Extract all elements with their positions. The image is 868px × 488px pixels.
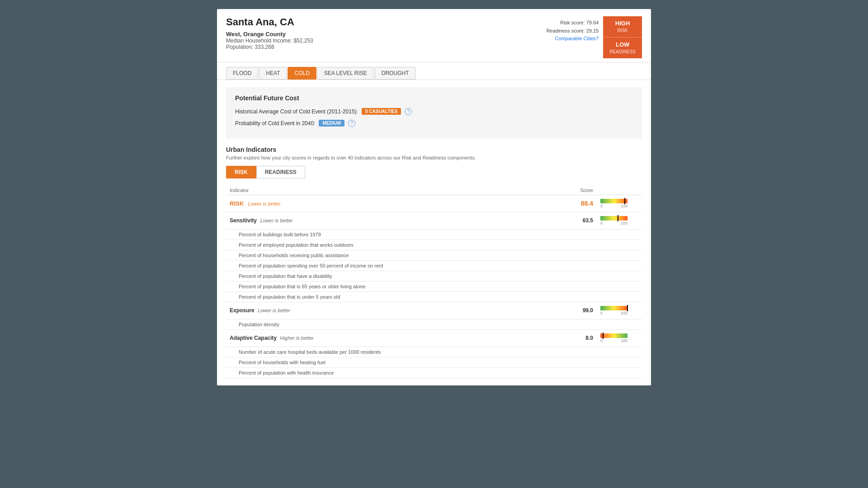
toggle-readiness-button[interactable]: READINESS [256,166,305,178]
urban-title: Urban Indicators [226,146,642,153]
indicators-table: Indicator Score RISK Lower is better 88.… [226,186,642,378]
probability-badge: MEDIUM [319,120,344,127]
sub-item: Percent of population that is under 5 ye… [226,291,642,302]
sensitivity-bar-wrap: 0 100 [600,216,627,225]
risk-bar-labels: 0 100 [600,204,627,208]
probability-row: Probability of Cold Event in 2040: MEDIU… [235,120,633,127]
sub-item: Percent of population with health insura… [226,367,642,378]
high-risk-badge: HIGH RISK [603,16,642,37]
sensitivity-sub: Lower is better [260,218,292,223]
table-row: Percent of population that have a disabi… [226,271,642,281]
exposure-bar-bg [600,306,627,310]
main-container: Santa Ana, CA West, Orange County Median… [217,9,651,385]
sensitivity-cell: Sensitivity Lower is better [226,212,529,229]
sub-item: Percent of buildings built before 1979 [226,229,642,239]
table-row-adaptive: Adaptive Capacity Higher is better 8.0 0… [226,329,642,347]
historical-help-icon[interactable]: ? [405,108,412,115]
adaptive-bar-wrap: 0 100 [600,333,627,343]
historical-cost-row: Historical Average Cost of Cold Event (2… [235,108,633,115]
exposure-sub: Lower is better [258,308,290,313]
table-row: Percent of employed population that work… [226,239,642,250]
tab-heat[interactable]: HEAT [259,67,287,80]
adaptive-cell: Adaptive Capacity Higher is better [226,329,529,347]
adaptive-label: Adaptive Capacity [230,335,277,341]
table-row-exposure: Exposure Lower is better 99.0 0 100 [226,302,642,319]
header-right: Risk score: 79.64 Readiness score: 29.15… [542,16,642,58]
adaptive-bar-bg [600,333,627,338]
header: Santa Ana, CA West, Orange County Median… [217,9,651,62]
risk-bar-marker [624,198,625,204]
risk-bar-wrap: 0 100 [600,199,627,208]
readiness-score: Readiness score: 29.15 [547,27,599,35]
adaptive-bar-labels: 0 100 [600,338,627,343]
potential-future-cost-section: Potential Future Cost Historical Average… [226,87,642,139]
sensitivity-bar-marker [618,215,618,221]
risk-score: Risk score: 79.64 [547,19,599,27]
adaptive-sub: Higher is better [280,335,314,341]
exposure-score-cell: 99.0 [529,302,597,319]
table-row: Percent of households with heating fuel [226,357,642,367]
exposure-label: Exposure [230,307,255,314]
sensitivity-label: Sensitivity [230,217,257,224]
table-row: Percent of population that is under 5 ye… [226,291,642,302]
sub-item: Number of acute care hospital beds avail… [226,347,642,357]
sub-item: Percent of households receiving public a… [226,250,642,260]
table-row: Number of acute care hospital beds avail… [226,347,642,357]
col-bar [597,186,642,195]
scores-box: Risk score: 79.64 Readiness score: 29.15… [542,16,604,46]
sub-item: Population density [226,319,642,329]
exposure-bar-wrap: 0 100 [600,306,627,315]
col-indicator: Indicator [226,186,529,195]
risk-bar-cell: 0 100 [597,195,642,212]
sub-item: Percent of employed population that work… [226,239,642,250]
table-row: Percent of population spending over 50 p… [226,260,642,271]
risk-score-cell: 88.4 [529,195,597,212]
exposure-bar-marker [627,305,628,311]
region: West, Orange County [226,31,313,38]
urban-desc: Further explore how your city scores in … [226,155,642,160]
probability-help-icon[interactable]: ? [348,120,355,127]
table-row: Percent of households receiving public a… [226,250,642,260]
toggle-risk-button[interactable]: RISK [226,166,256,178]
income: Median Household Income: $52,253 [226,38,313,44]
risk-label: RISK [230,200,244,207]
table-row-risk: RISK Lower is better 88.4 0 100 [226,195,642,212]
adaptive-score-cell: 8.0 [529,329,597,347]
adaptive-bar-marker [603,333,604,339]
exposure-bar-labels: 0 100 [600,311,627,315]
table-row: Percent of buildings built before 1979 [226,229,642,239]
sub-item: Percent of population spending over 50 p… [226,260,642,271]
city-title: Santa Ana, CA [226,16,313,28]
sensitivity-score-cell: 63.5 [529,212,597,229]
probability-label: Probability of Cold Event in 2040: [235,120,315,127]
toggle-buttons: RISK READINESS [226,166,642,178]
col-score: Score [529,186,597,195]
exposure-cell: Exposure Lower is better [226,302,529,319]
pfc-title: Potential Future Cost [235,94,633,102]
casualties-badge: 0 CASUALTIES [362,108,401,115]
risk-indicator-cell: RISK Lower is better [226,195,529,212]
risk-sub: Lower is better [248,201,280,206]
table-row-sensitivity: Sensitivity Lower is better 63.5 0 100 [226,212,642,229]
sensitivity-bar-labels: 0 100 [600,221,627,225]
tabs: FLOOD HEAT COLD SEA LEVEL RISE DROUGHT [217,62,651,80]
sub-item: Percent of population that have a disabi… [226,271,642,281]
tab-drought[interactable]: DROUGHT [375,67,416,80]
sub-item: Percent of population that is 65 years o… [226,281,642,291]
exposure-bar-cell: 0 100 [597,302,642,319]
tab-flood[interactable]: FLOOD [226,67,258,80]
sensitivity-bar-bg [600,216,627,221]
tab-sea-level[interactable]: SEA LEVEL RISE [317,67,374,80]
table-row: Percent of population with health insura… [226,367,642,378]
low-readiness-badge: LOW READINESS [603,37,642,58]
table-row: Population density [226,319,642,329]
sub-item: Percent of households with heating fuel [226,357,642,367]
tab-cold[interactable]: COLD [288,67,316,80]
badge-column: HIGH RISK LOW READINESS [603,16,642,58]
historical-label: Historical Average Cost of Cold Event (2… [235,108,358,115]
sensitivity-bar-cell: 0 100 [597,212,642,229]
urban-indicators-section: Urban Indicators Further explore how you… [226,146,642,378]
population: Population: 333,268 [226,44,313,50]
comparable-cities-link[interactable]: Comparable Cities? [555,36,599,41]
adaptive-bar-cell: 0 100 [597,329,642,347]
